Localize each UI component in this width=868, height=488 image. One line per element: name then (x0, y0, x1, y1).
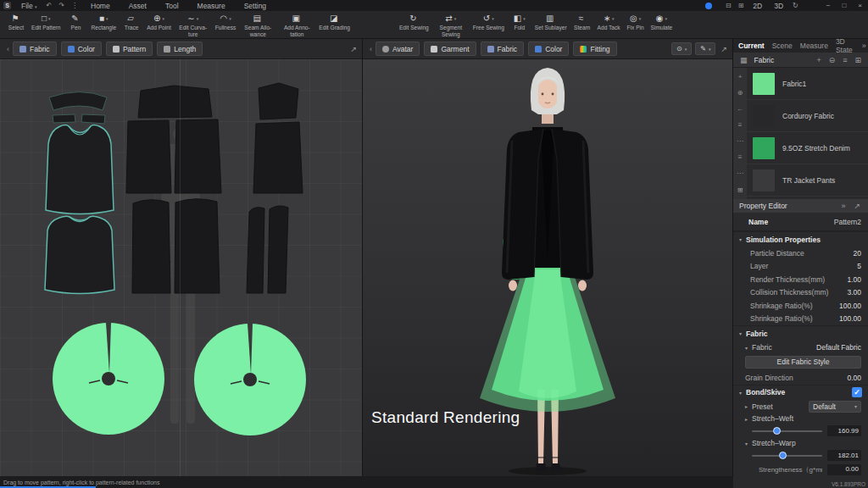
tool-set-sublayer[interactable]: ▥Set Sublayer (532, 13, 570, 31)
bond-skive-checkbox[interactable]: ✓ (852, 387, 862, 397)
tab-current[interactable]: Current (738, 42, 765, 50)
fabric-list-item[interactable]: Fabric1 (747, 68, 868, 100)
shrinkage-warp-value[interactable]: 100.00 (839, 314, 861, 323)
menu-tool[interactable]: Tool (156, 2, 188, 10)
stretch-weft-slider[interactable] (752, 430, 822, 432)
expand-3d-icon[interactable]: ↗ (719, 45, 729, 53)
collapse-left-icon[interactable]: ‹ (366, 45, 376, 53)
jacket-pattern-pieces[interactable] (126, 83, 303, 293)
stretch-weft-value[interactable]: 160.99 (827, 425, 861, 436)
section-bond-skive[interactable]: ▾ Bond/Skive ✓ (733, 385, 868, 400)
tab-measure[interactable]: Measure (800, 42, 828, 50)
circle-skirt-pattern-right[interactable] (194, 324, 306, 435)
fabric-select-value[interactable]: Default Fabric (816, 343, 861, 352)
tab-3d-fabric[interactable]: Fabric (481, 42, 525, 56)
tool-steam[interactable]: ≈Steam (570, 13, 595, 31)
stretch-warp-slider[interactable] (752, 455, 822, 457)
tab-scene[interactable]: Scene (772, 42, 793, 50)
layout-split-icon[interactable]: ⊟ (722, 2, 735, 9)
maximize-button[interactable]: □ (836, 2, 852, 9)
layout-grid-icon[interactable]: ⊞ (735, 2, 748, 9)
sphere-icon[interactable]: ⊕ (737, 89, 743, 97)
grain-direction-value[interactable]: 0.00 (847, 374, 861, 382)
redo-icon[interactable]: ↷ (55, 2, 68, 9)
tab-3d-fitting[interactable]: Fitting (573, 42, 616, 56)
strengtheness-value[interactable]: 0.00 (827, 464, 861, 475)
reset-layout-icon[interactable]: ↻ (789, 2, 802, 9)
minimize-button[interactable]: − (821, 2, 837, 9)
render-mode-button[interactable]: ⊙▾ (671, 42, 692, 55)
tool-fix-pin[interactable]: ◎▾Fix Pin (623, 13, 648, 31)
fabric-list-item[interactable]: 9.5OZ Stretch Denim (747, 132, 868, 164)
expand-2d-icon[interactable]: ↗ (348, 45, 359, 53)
view-toggle-3d[interactable]: 3D (768, 2, 789, 10)
seam-rail-icon[interactable]: ⋯ (737, 137, 743, 145)
collar-pattern-pieces[interactable] (49, 92, 107, 125)
tab-2d-color[interactable]: Color (61, 42, 102, 56)
preset-dropdown[interactable]: Default ▾ (809, 401, 861, 413)
list-view-icon[interactable]: ≡ (841, 56, 849, 64)
expand-pe-icon[interactable]: ↗ (852, 202, 862, 210)
tank-back-pattern[interactable] (45, 216, 114, 293)
box-rail-icon[interactable]: ⊞ (737, 186, 743, 194)
tank-front-pattern[interactable] (46, 125, 114, 214)
tool-simulate[interactable]: ◉▾Simulate (648, 13, 676, 31)
menu-measure[interactable]: Measure (188, 2, 235, 10)
fabric-list-item[interactable]: Corduroy Fabric (747, 100, 868, 132)
render-thickness-value[interactable]: 1.00 (847, 275, 861, 284)
collapse-sidebar-icon[interactable]: » (860, 42, 868, 50)
pattern-name-value[interactable]: Pattern2 (834, 218, 861, 226)
menu-asset[interactable]: Asset (120, 2, 156, 10)
tool-fullness[interactable]: ◠▾Fullness (213, 13, 239, 31)
menu-file[interactable]: File ▾ (15, 2, 43, 10)
particle-distance-value[interactable]: 20 (854, 249, 861, 258)
tab-3d-state[interactable]: 3D State (836, 37, 853, 54)
menu-setting[interactable]: Setting (235, 2, 275, 10)
viewport-3d[interactable]: Standard Rendering (363, 59, 732, 476)
grid-view-icon[interactable]: ⊞ (853, 56, 863, 64)
tool-segment-sewing[interactable]: ⇄▾Segment Sewing (431, 13, 470, 37)
tool-seam-allowance[interactable]: ▤Seam Allo-wance (238, 13, 277, 37)
add-fabric-icon[interactable]: + (815, 56, 822, 64)
tool-edit-curvature[interactable]: ∼▾Edit Curva-ture (174, 13, 213, 37)
tool-select[interactable]: ⚑Select (3, 13, 29, 31)
fabric-list-item[interactable]: TR Jacket Pants (747, 164, 868, 197)
collision-thickness-value[interactable]: 3.00 (847, 288, 861, 297)
tab-2d-fabric[interactable]: Fabric (13, 42, 57, 56)
tool-add-tack[interactable]: ∗▾Add Tack (595, 13, 623, 31)
menu-home[interactable]: Home (81, 2, 120, 10)
section-simulation-properties[interactable]: ▾ Simulation Properties (733, 231, 868, 247)
shrinkage-weft-value[interactable]: 100.00 (839, 302, 861, 310)
avatar-rail-icon[interactable]: ≡ (738, 153, 743, 161)
pattern-2d-canvas[interactable] (0, 59, 362, 476)
stretch-warp-value[interactable]: 182.01 (827, 450, 861, 461)
close-button[interactable]: × (852, 2, 868, 9)
tool-edit-pattern[interactable]: □▾Edit Pattern (29, 13, 63, 31)
undo-icon[interactable]: ↶ (43, 2, 56, 9)
arrow-left-icon[interactable]: ← (737, 105, 743, 113)
circle-skirt-pattern-left[interactable] (53, 323, 164, 435)
edit-fabric-style-button[interactable]: Edit Fabric Style (745, 356, 861, 369)
stitch-rail-icon[interactable]: ⋯ (737, 169, 743, 177)
move-icon[interactable]: + (738, 73, 743, 80)
tool-free-sewing[interactable]: ↺▾Free Sewing (470, 13, 507, 31)
collapse-pe-icon[interactable]: » (839, 202, 847, 210)
slider-handle[interactable] (779, 452, 787, 459)
tool-pen[interactable]: ✎Pen (63, 13, 88, 31)
tab-2d-length[interactable]: Length (157, 42, 203, 56)
layer-value[interactable]: 5 (857, 262, 861, 270)
slider-handle[interactable] (773, 427, 781, 435)
tool-edit-sewing[interactable]: ↻Edit Sewing (397, 13, 431, 31)
tool-trace[interactable]: ▱Trace (119, 13, 144, 31)
section-fabric[interactable]: ▾ Fabric (733, 325, 868, 341)
tool-edit-grading[interactable]: ◪Edit Grading (316, 13, 353, 31)
tool-rectangle[interactable]: ■▾Rectangle (88, 13, 119, 31)
tab-3d-avatar[interactable]: Avatar (376, 42, 420, 56)
tab-3d-color[interactable]: Color (528, 42, 569, 56)
more-icon[interactable]: ⋮ (68, 2, 81, 9)
tool-add-annotation[interactable]: ▣Add Anno-tation (277, 13, 316, 37)
account-avatar[interactable] (705, 3, 712, 9)
collapse-left-icon[interactable]: ‹ (3, 45, 13, 53)
tool-add-point[interactable]: ⊕▾Add Point (144, 13, 174, 31)
garment-rail-icon[interactable]: ≡ (738, 121, 743, 129)
